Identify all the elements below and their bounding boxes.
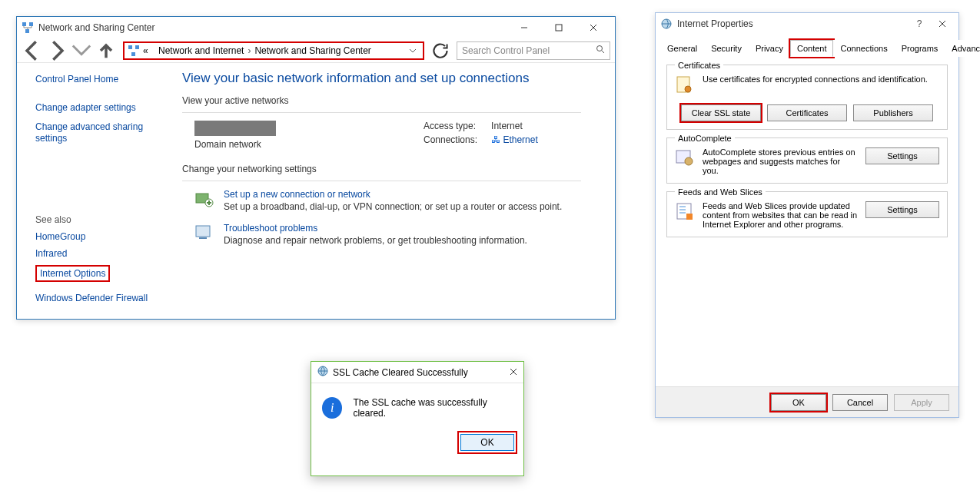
title-bar: Internet Properties ? (656, 13, 958, 35)
active-networks-label: View your active networks (182, 95, 596, 106)
svg-rect-6 (131, 52, 135, 56)
sidebar-infrared[interactable]: Infrared (35, 248, 174, 259)
autocomplete-settings-button[interactable]: Settings (865, 147, 939, 164)
maximize-button[interactable] (541, 20, 576, 35)
svg-rect-3 (556, 25, 562, 31)
autocomplete-title: AutoComplete (675, 134, 735, 143)
feeds-title: Feeds and Web Slices (675, 187, 766, 197)
task-new-connection-desc: Set up a broadband, dial-up, or VPN conn… (224, 201, 562, 212)
up-button[interactable] (95, 41, 117, 60)
sidebar-adapter[interactable]: Change adapter settings (35, 102, 174, 114)
tab-connections[interactable]: Connections (833, 40, 894, 57)
tab-security[interactable]: Security (704, 40, 749, 57)
ssl-cleared-dialog: SSL Cache Cleared Successfully i The SSL… (311, 361, 524, 476)
main-pane: View your basic network information and … (182, 63, 615, 317)
close-icon[interactable] (510, 367, 517, 378)
svg-rect-0 (22, 22, 26, 26)
breadcrumb-prefix: « (143, 45, 148, 56)
chevron-right-icon: › (244, 45, 254, 56)
clear-ssl-button[interactable]: Clear SSL state (681, 104, 761, 121)
network-name-redacted (194, 121, 276, 136)
certificates-group: Certificates Use certificates for encryp… (666, 65, 948, 130)
breadcrumb-seg2[interactable]: Network and Sharing Center (254, 45, 370, 56)
certificate-icon (675, 75, 695, 97)
window-title: Internet Properties (677, 18, 908, 29)
recent-dropdown-icon[interactable] (71, 41, 92, 60)
address-bar[interactable]: « Network and Internet › Network and Sha… (123, 41, 424, 60)
panel-icon (128, 45, 140, 57)
ok-button[interactable]: OK (460, 434, 514, 451)
certificates-desc: Use certificates for encrypted connectio… (703, 75, 939, 84)
close-button[interactable] (931, 16, 954, 31)
autocomplete-desc: AutoComplete stores previous entries on … (703, 147, 858, 175)
network-category: Domain network (194, 139, 276, 150)
sidebar-internet-options[interactable]: Internet Options (35, 265, 110, 282)
globe-icon (317, 366, 328, 379)
address-dropdown-icon[interactable] (406, 45, 420, 56)
task-troubleshoot[interactable]: Troubleshoot problems (224, 223, 527, 234)
svg-point-14 (685, 86, 691, 92)
tab-privacy[interactable]: Privacy (749, 40, 790, 57)
refresh-button[interactable] (430, 41, 450, 60)
dialog-footer: OK Cancel Apply (656, 386, 958, 417)
breadcrumb-seg1[interactable]: Network and Internet (158, 45, 244, 56)
autocomplete-group: AutoComplete AutoComplete stores previou… (666, 138, 948, 184)
internet-properties-window: Internet Properties ? General Security P… (655, 12, 959, 418)
troubleshoot-icon (194, 223, 214, 243)
certificates-title: Certificates (675, 61, 723, 70)
change-settings-label: Change your networking settings (182, 164, 596, 174)
task-troubleshoot-desc: Diagnose and repair network problems, or… (224, 235, 527, 246)
connection-details: Access type: Internet Connections: 🖧 Eth… (424, 121, 538, 145)
connections-label: Connections: (424, 134, 477, 145)
apply-button[interactable]: Apply (894, 394, 949, 411)
tab-programs[interactable]: Programs (895, 40, 945, 57)
svg-point-7 (597, 46, 603, 51)
tab-advanced[interactable]: Advanced (945, 40, 980, 57)
back-button[interactable] (22, 41, 43, 60)
help-button[interactable]: ? (908, 16, 931, 31)
sidebar: Control Panel Home Change adapter settin… (17, 63, 182, 317)
sidebar-home[interactable]: Control Panel Home (35, 74, 174, 85)
ethernet-icon: 🖧 (491, 134, 500, 145)
tab-general[interactable]: General (660, 40, 704, 57)
tabs: General Security Privacy Content Connect… (660, 39, 954, 57)
cancel-button[interactable]: Cancel (832, 394, 888, 411)
task-new-connection[interactable]: Set up a new connection or network (224, 189, 562, 200)
network-icon (22, 22, 34, 34)
svg-rect-1 (29, 22, 33, 26)
sidebar-firewall[interactable]: Windows Defender Firewall (35, 293, 174, 303)
feeds-group: Feeds and Web Slices Feeds and Web Slice… (666, 191, 948, 237)
close-button[interactable] (576, 20, 610, 35)
svg-rect-5 (135, 45, 139, 49)
autocomplete-icon (675, 147, 695, 170)
minimize-button[interactable] (507, 20, 541, 35)
title-bar: Network and Sharing Center (17, 17, 615, 38)
tab-content[interactable]: Content (790, 40, 834, 57)
connection-link[interactable]: Ethernet (503, 134, 537, 145)
new-connection-icon (194, 189, 214, 209)
dialog-message: The SSL cache was successfully cleared. (353, 397, 513, 419)
feeds-desc: Feeds and Web Slices provide updated con… (703, 201, 858, 229)
sidebar-homegroup[interactable]: HomeGroup (35, 231, 174, 242)
svg-rect-2 (25, 29, 29, 33)
access-type-label: Access type: (424, 121, 477, 131)
network-sharing-window: Network and Sharing Center « Network and… (16, 16, 616, 320)
main-heading: View your basic network information and … (182, 71, 596, 86)
feeds-icon (675, 201, 695, 224)
sidebar-advanced[interactable]: Change advanced sharing settings (35, 121, 174, 144)
ok-button[interactable]: OK (771, 394, 826, 411)
see-also-heading: See also (35, 214, 174, 225)
access-type-value: Internet (491, 121, 538, 131)
svg-point-16 (685, 157, 693, 165)
search-icon (596, 45, 605, 56)
search-input[interactable]: Search Control Panel (457, 41, 610, 60)
globe-icon (660, 18, 673, 30)
dialog-title: SSL Cache Cleared Successfully (333, 367, 510, 378)
window-title: Network and Sharing Center (38, 22, 507, 33)
feeds-settings-button[interactable]: Settings (865, 201, 939, 218)
certificates-button[interactable]: Certificates (767, 104, 847, 121)
publishers-button[interactable]: Publishers (853, 104, 933, 121)
search-placeholder: Search Control Panel (462, 45, 550, 56)
info-icon: i (322, 397, 342, 419)
forward-button[interactable] (46, 41, 68, 60)
